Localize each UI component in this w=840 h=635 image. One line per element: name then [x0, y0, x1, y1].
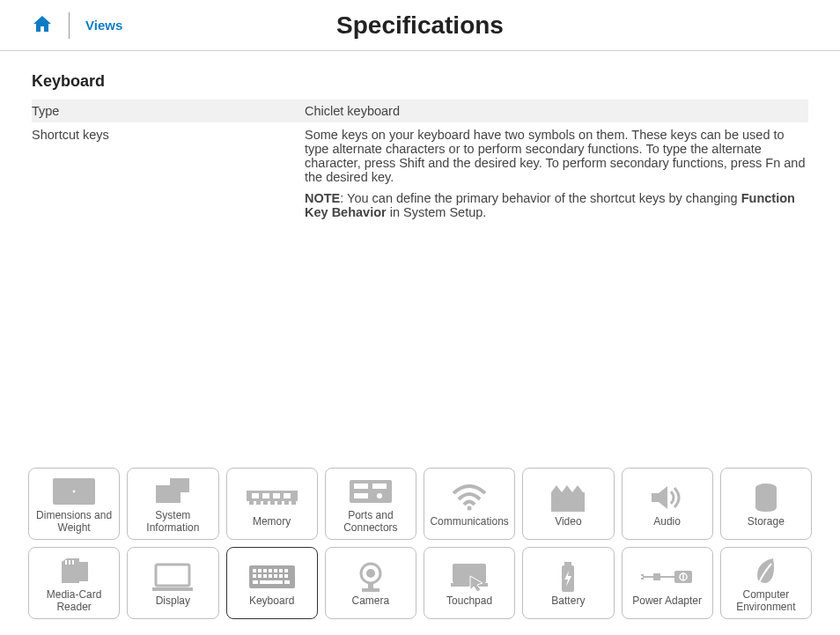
nav-label: Video [555, 516, 581, 528]
svg-rect-13 [262, 493, 269, 498]
svg-rect-29 [69, 560, 70, 565]
nav-label: Camera [352, 595, 390, 608]
svg-rect-44 [263, 574, 267, 578]
power-adapter-icon [641, 560, 694, 594]
svg-rect-41 [284, 569, 288, 572]
nav-label: System Information [129, 510, 216, 535]
views-link[interactable]: Views [85, 18, 122, 33]
spec-table: Type Chiclet keyboard Shortcut keys Some… [32, 100, 808, 225]
svg-point-21 [468, 506, 472, 511]
svg-rect-10 [284, 501, 289, 505]
nav-touchpad[interactable]: Touchpad [424, 547, 515, 619]
nav-system-information[interactable]: System Information [127, 468, 218, 540]
svg-rect-56 [453, 564, 486, 583]
svg-rect-38 [269, 569, 272, 572]
battery-icon [560, 560, 576, 594]
svg-rect-65 [641, 574, 644, 576]
svg-point-53 [366, 569, 375, 578]
keyboard-icon [249, 560, 295, 594]
svg-rect-7 [263, 501, 268, 505]
svg-rect-32 [156, 565, 189, 586]
svg-rect-64 [653, 573, 660, 580]
content: Keyboard Type Chiclet keyboard Shortcut … [0, 51, 840, 225]
svg-marker-25 [572, 485, 583, 492]
chip-icon [152, 475, 193, 508]
nav-label: Display [156, 595, 190, 608]
memory-icon [247, 481, 298, 514]
nav-storage[interactable]: Storage [720, 468, 812, 540]
svg-rect-33 [152, 587, 193, 591]
svg-point-1 [73, 491, 76, 493]
svg-rect-16 [350, 480, 392, 503]
svg-marker-23 [551, 485, 562, 492]
svg-rect-17 [354, 484, 368, 489]
svg-rect-46 [274, 574, 277, 578]
table-row: Shortcut keys Some keys on your keyboard… [32, 122, 808, 225]
header-divider [69, 12, 70, 39]
nav-dimensions-weight[interactable]: Dimensions and Weight [28, 468, 120, 540]
svg-rect-3 [170, 478, 189, 492]
nav-media-card-reader[interactable]: Media-Card Reader [28, 547, 120, 619]
header: Views Specifications [0, 0, 840, 51]
nav-label: Audio [653, 516, 681, 528]
nav-label: Computer Environment [723, 589, 809, 614]
svg-rect-6 [256, 501, 261, 505]
svg-rect-55 [362, 588, 379, 592]
nav-memory[interactable]: Memory [226, 468, 318, 540]
svg-rect-45 [269, 574, 272, 578]
nav-camera[interactable]: Camera [325, 547, 416, 619]
nav-display[interactable]: Display [127, 547, 218, 619]
svg-rect-42 [253, 574, 256, 578]
nav-label: Keyboard [249, 595, 294, 608]
nav-row: Dimensions and Weight System Information… [28, 468, 812, 540]
svg-rect-22 [551, 492, 585, 512]
tablet-icon [51, 475, 97, 508]
svg-marker-26 [652, 486, 667, 509]
video-icon [549, 481, 586, 514]
svg-rect-48 [284, 574, 288, 578]
svg-rect-43 [258, 574, 262, 578]
sd-card-icon [58, 554, 90, 587]
spec-value: Chiclet keyboard [305, 100, 808, 122]
nav-grid: Dimensions and Weight System Information… [28, 468, 812, 619]
svg-point-20 [377, 493, 382, 498]
nav-power-adapter[interactable]: Power Adapter [622, 547, 713, 619]
touchpad-icon [451, 560, 488, 594]
svg-rect-58 [564, 562, 571, 565]
section-heading: Keyboard [32, 72, 808, 91]
page-title: Specifications [0, 11, 840, 40]
svg-rect-28 [65, 560, 67, 565]
svg-rect-40 [279, 569, 283, 572]
svg-rect-31 [76, 562, 88, 581]
svg-rect-39 [274, 569, 277, 572]
svg-rect-36 [258, 569, 262, 572]
nav-label: Media-Card Reader [31, 589, 117, 614]
svg-rect-9 [277, 501, 282, 505]
svg-rect-51 [284, 580, 290, 584]
svg-marker-24 [562, 485, 572, 492]
nav-label: Battery [551, 595, 585, 608]
spec-value: Some keys on your keyboard have two symb… [305, 122, 808, 225]
nav-keyboard[interactable]: Keyboard [226, 547, 318, 619]
nav-battery[interactable]: Battery [522, 547, 614, 619]
camera-icon [357, 560, 385, 594]
svg-rect-66 [641, 578, 644, 580]
nav-label: Ports and Connectors [328, 510, 414, 535]
spec-label: Shortcut keys [32, 122, 305, 225]
svg-rect-11 [291, 501, 296, 505]
svg-rect-50 [260, 580, 283, 584]
nav-row: Media-Card Reader Display Keyboard Camer… [28, 547, 812, 619]
home-icon[interactable] [32, 14, 53, 37]
nav-label: Dimensions and Weight [31, 510, 117, 535]
nav-video[interactable]: Video [522, 468, 614, 540]
nav-label: Communications [430, 516, 508, 528]
nav-ports-connectors[interactable]: Ports and Connectors [325, 468, 416, 540]
nav-computer-environment[interactable]: Computer Environment [720, 547, 812, 619]
nav-communications[interactable]: Communications [424, 468, 515, 540]
nav-audio[interactable]: Audio [622, 468, 713, 540]
svg-rect-19 [354, 493, 368, 498]
svg-rect-49 [253, 580, 258, 584]
display-icon [152, 560, 193, 594]
svg-rect-37 [263, 569, 267, 572]
spec-label: Type [32, 100, 305, 122]
